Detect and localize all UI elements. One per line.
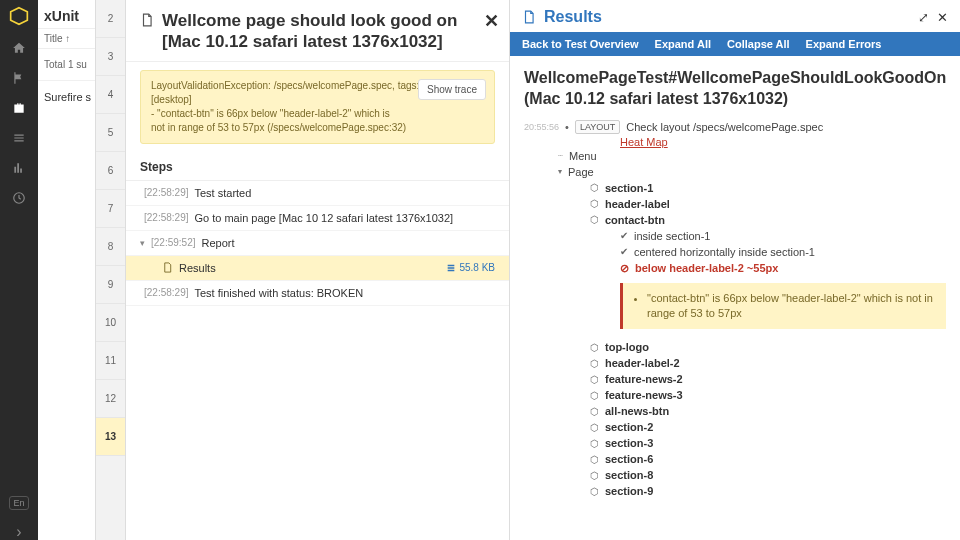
bullet-icon: • bbox=[565, 121, 569, 133]
test-num[interactable]: 6 bbox=[96, 152, 125, 190]
exception-text: - "contact-btn" is 66px below "header-la… bbox=[151, 107, 484, 121]
validation-text: inside section-1 bbox=[634, 230, 710, 242]
step-row[interactable]: [22:58:29] Go to main page [Mac 10 12 sa… bbox=[126, 206, 509, 231]
briefcase-icon[interactable] bbox=[11, 100, 27, 116]
tree-node[interactable]: Page bbox=[568, 166, 594, 178]
error-message: "contact-btn" is 66px below "header-labe… bbox=[647, 291, 936, 322]
validation-text: centered horizontally inside section-1 bbox=[634, 246, 815, 258]
test-detail-panel: Wellcome page should look good on [Mac 1… bbox=[126, 0, 510, 540]
attachment-size: 55.8 KB bbox=[446, 262, 495, 273]
step-timestamp: [22:58:29] bbox=[144, 287, 188, 298]
steps-header: Steps bbox=[126, 154, 509, 181]
collapse-all-button[interactable]: Collapse All bbox=[727, 38, 790, 50]
check-icon: ✔ bbox=[620, 246, 628, 257]
app-logo-icon bbox=[9, 6, 29, 26]
cube-icon: ⬡ bbox=[590, 214, 599, 225]
test-num[interactable]: 9 bbox=[96, 266, 125, 304]
tree-node[interactable]: section-8 bbox=[605, 469, 653, 481]
home-icon[interactable] bbox=[11, 40, 27, 56]
test-num[interactable]: 4 bbox=[96, 76, 125, 114]
tree-node[interactable]: Menu bbox=[569, 150, 597, 162]
test-num[interactable]: 10 bbox=[96, 304, 125, 342]
tree-node[interactable]: section-6 bbox=[605, 453, 653, 465]
clock-icon[interactable] bbox=[11, 190, 27, 206]
tree-node[interactable]: top-logo bbox=[605, 341, 649, 353]
results-heading: WellcomePageTest#WellcomePageShouldLookG… bbox=[510, 56, 960, 118]
attachment-name: Results bbox=[179, 262, 216, 274]
tree-node[interactable]: feature-news-3 bbox=[605, 389, 683, 401]
close-icon[interactable]: ✕ bbox=[937, 10, 948, 25]
show-trace-button[interactable]: Show trace bbox=[418, 79, 486, 100]
layout-tree: 20:55:56 • LAYOUT Check layout /specs/we… bbox=[510, 118, 960, 540]
step-row[interactable]: ▾ [22:59:52] Report bbox=[126, 231, 509, 256]
results-panel: Results ⤢ ✕ Back to Test Overview Expand… bbox=[510, 0, 960, 540]
cube-icon: ⬡ bbox=[590, 422, 599, 433]
cube-icon: ⬡ bbox=[590, 342, 599, 353]
chevron-down-icon[interactable]: ▾ bbox=[558, 167, 562, 176]
test-num[interactable]: 11 bbox=[96, 342, 125, 380]
test-number-column: 2 3 4 5 6 7 8 9 10 11 12 13 bbox=[96, 0, 126, 540]
cube-icon: ⬡ bbox=[590, 486, 599, 497]
suite-item[interactable]: Surefire s bbox=[38, 81, 95, 113]
close-icon[interactable]: ✕ bbox=[484, 10, 499, 32]
tree-node[interactable]: header-label bbox=[605, 198, 670, 210]
step-text: Test started bbox=[194, 187, 251, 199]
step-row[interactable]: [22:58:29] Test finished with status: BR… bbox=[126, 281, 509, 306]
heat-map-link[interactable]: Heat Map bbox=[620, 136, 946, 148]
step-timestamp: [22:59:52] bbox=[151, 237, 195, 248]
flag-icon[interactable] bbox=[11, 70, 27, 86]
test-num[interactable]: 3 bbox=[96, 38, 125, 76]
test-num[interactable]: 13 bbox=[96, 418, 125, 456]
left-icon-sidebar: En › bbox=[0, 0, 38, 540]
chevron-down-icon[interactable]: ▾ bbox=[140, 238, 145, 248]
expand-sidebar-icon[interactable]: › bbox=[11, 524, 27, 540]
cube-icon: ⬡ bbox=[590, 470, 599, 481]
tree-node[interactable]: all-news-btn bbox=[605, 405, 669, 417]
steps-list: [22:58:29] Test started [22:58:29] Go to… bbox=[126, 181, 509, 541]
results-toolbar: Back to Test Overview Expand All Collaps… bbox=[510, 32, 960, 56]
total-suites-label: Total 1 su bbox=[38, 49, 95, 81]
attachment-row[interactable]: Results 55.8 KB bbox=[126, 256, 509, 281]
tree-node[interactable]: section-1 bbox=[605, 182, 653, 194]
validation-error-text: below header-label-2 ~55px bbox=[635, 262, 778, 274]
back-to-overview-button[interactable]: Back to Test Overview bbox=[522, 38, 639, 50]
language-selector[interactable]: En bbox=[9, 496, 28, 510]
document-icon bbox=[162, 262, 173, 273]
tree-node[interactable]: section-9 bbox=[605, 485, 653, 497]
step-timestamp: [22:58:29] bbox=[144, 212, 188, 223]
sort-control[interactable]: Title ↑ bbox=[38, 29, 95, 49]
tree-node[interactable]: section-2 bbox=[605, 421, 653, 433]
tree-node[interactable]: feature-news-2 bbox=[605, 373, 683, 385]
tree-text: Check layout /specs/welcomePage.spec bbox=[626, 121, 823, 133]
step-row[interactable]: [22:58:29] Test started bbox=[126, 181, 509, 206]
test-num[interactable]: 5 bbox=[96, 114, 125, 152]
document-icon bbox=[140, 13, 154, 27]
step-text: Test finished with status: BROKEN bbox=[194, 287, 363, 299]
suite-list-column: xUnit Title ↑ Total 1 su Surefire s bbox=[38, 0, 96, 540]
results-title: Results bbox=[544, 8, 602, 26]
expand-errors-button[interactable]: Expand Errors bbox=[806, 38, 882, 50]
error-detail-box: "contact-btn" is 66px below "header-labe… bbox=[620, 283, 946, 330]
tree-node[interactable]: header-label-2 bbox=[605, 357, 680, 369]
tree-node[interactable]: section-3 bbox=[605, 437, 653, 449]
tree-node[interactable]: contact-btn bbox=[605, 214, 665, 226]
chart-icon[interactable] bbox=[11, 160, 27, 176]
caret-icon[interactable]: ┄ bbox=[558, 151, 563, 160]
expand-all-button[interactable]: Expand All bbox=[655, 38, 711, 50]
exception-text: not in range of 53 to 57px (/specs/welco… bbox=[151, 121, 484, 135]
test-num[interactable]: 2 bbox=[96, 0, 125, 38]
test-num[interactable]: 7 bbox=[96, 190, 125, 228]
tree-timestamp: 20:55:56 bbox=[524, 122, 559, 132]
test-num[interactable]: 12 bbox=[96, 380, 125, 418]
cube-icon: ⬡ bbox=[590, 374, 599, 385]
test-num[interactable]: 8 bbox=[96, 228, 125, 266]
list-icon[interactable] bbox=[11, 130, 27, 146]
step-text: Report bbox=[201, 237, 234, 249]
document-icon bbox=[522, 10, 536, 24]
layout-tag: LAYOUT bbox=[575, 120, 620, 134]
cube-icon: ⬡ bbox=[590, 390, 599, 401]
cube-icon: ⬡ bbox=[590, 198, 599, 209]
step-text: Go to main page [Mac 10 12 safari latest… bbox=[194, 212, 453, 224]
expand-window-icon[interactable]: ⤢ bbox=[918, 10, 929, 25]
step-timestamp: [22:58:29] bbox=[144, 187, 188, 198]
